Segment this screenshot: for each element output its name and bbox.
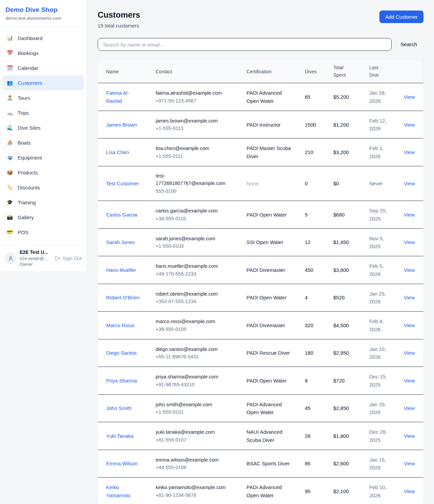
customer-dives: 210 bbox=[297, 138, 325, 166]
sidebar-item-equipment[interactable]: 🤿 Equipment bbox=[3, 150, 84, 165]
customer-dives: 65 bbox=[297, 83, 325, 111]
customers-icon: 👥 bbox=[6, 80, 14, 86]
sidebar-item-training[interactable]: 🎓 Training bbox=[3, 195, 84, 210]
sidebar-item-discounts[interactable]: 🏷️ Discounts bbox=[3, 180, 84, 195]
user-name: E2E Test U... bbox=[20, 249, 52, 256]
user-role: Owner bbox=[20, 261, 52, 267]
customer-dives: 8 bbox=[297, 367, 325, 395]
customer-last-dive: Feb 8, 2026 bbox=[361, 312, 396, 339]
sidebar-header: Demo Dive Shop demo.test.divestreams.com bbox=[0, 0, 86, 26]
customer-dives: 45 bbox=[297, 394, 325, 422]
page-header: Customers 15 total customers Add Custome… bbox=[98, 10, 423, 29]
customer-last-dive: Jan 20, 2026 bbox=[361, 394, 396, 422]
view-link[interactable]: View bbox=[404, 405, 415, 411]
view-link[interactable]: View bbox=[404, 350, 415, 356]
customer-total-spent: $4,500 bbox=[325, 312, 361, 339]
customer-dives: 1500 bbox=[297, 111, 325, 138]
customer-contact: lisa.chen@example.com +1-555-0111 bbox=[147, 138, 238, 166]
view-link[interactable]: View bbox=[404, 378, 415, 384]
view-link[interactable]: View bbox=[404, 239, 415, 245]
customer-name-link[interactable]: Carlos Garcia bbox=[106, 212, 137, 218]
customer-name-link[interactable]: Marco Rossi bbox=[106, 322, 134, 328]
customer-certification: None bbox=[238, 166, 297, 201]
sidebar-item-boats[interactable]: ⛵ Boats bbox=[3, 135, 84, 150]
view-link[interactable]: View bbox=[404, 488, 415, 494]
user-footer: E2E Test U... e2e-tester@... Owner Sign … bbox=[0, 245, 86, 272]
customer-name-link[interactable]: James Brown bbox=[106, 122, 137, 128]
customer-email: diego.santos@example.com bbox=[156, 346, 234, 353]
sidebar-item-dashboard[interactable]: 📊 Dashboard bbox=[3, 31, 84, 45]
sidebar-item-calendar[interactable]: 🗓️ Calendar bbox=[3, 60, 84, 75]
calendar-icon: 🗓️ bbox=[6, 65, 14, 71]
customer-dives: 180 bbox=[297, 339, 325, 367]
customer-dives: 450 bbox=[297, 256, 325, 284]
view-link[interactable]: View bbox=[404, 181, 415, 186]
customer-email: carlos.garcia@example.com bbox=[156, 207, 234, 214]
customer-name-link[interactable]: Sarah Jones bbox=[106, 239, 135, 245]
customer-total-spent: $3,200 bbox=[325, 138, 361, 166]
sidebar-item-trips[interactable]: 🛥️ Trips bbox=[3, 105, 84, 120]
view-link[interactable]: View bbox=[404, 267, 415, 273]
customer-name-link[interactable]: Hans Mueller bbox=[106, 267, 136, 273]
customer-name-link[interactable]: Robert O'Brien bbox=[106, 295, 140, 300]
customer-name-link[interactable]: John Smith bbox=[106, 405, 132, 411]
table-row: Hans Mueller hans.mueller@example.com +4… bbox=[98, 256, 423, 284]
view-link[interactable]: View bbox=[404, 94, 415, 100]
view-link[interactable]: View bbox=[404, 461, 415, 466]
customer-name-link[interactable]: Keiko Yamamoto bbox=[106, 484, 130, 498]
sidebar-item-bookings[interactable]: 📅 Bookings bbox=[3, 45, 84, 60]
customer-name-link[interactable]: Emma Wilson bbox=[106, 461, 138, 466]
customer-name-link[interactable]: Fatima Al-Rashid bbox=[106, 90, 129, 104]
table-row: James Brown james.brown@example.com +1-5… bbox=[98, 111, 423, 138]
customer-name-link[interactable]: Priya Sharma bbox=[106, 378, 137, 384]
customer-contact: keiko.yamamoto@example.com +81-90-1234-5… bbox=[147, 478, 238, 504]
sidebar-item-customers[interactable]: 👥 Customers bbox=[3, 75, 84, 90]
customer-phone: +49-170-555-2233 bbox=[156, 270, 234, 278]
customer-last-dive: Jan 10, 2026 bbox=[361, 339, 396, 367]
table-row: Marco Rossi marco.rossi@example.com +39-… bbox=[98, 312, 423, 339]
table-row: Priya Sharma priya.sharma@example.com +9… bbox=[98, 367, 423, 395]
table-row: Lisa Chen lisa.chen@example.com +1-555-0… bbox=[98, 138, 423, 166]
sign-out-label: Sign Out bbox=[63, 256, 82, 261]
sign-out-button[interactable]: Sign Out bbox=[55, 256, 82, 261]
customer-certification: PADI Instructor bbox=[238, 111, 297, 138]
customer-phone: +1-555-0113 bbox=[156, 125, 234, 132]
sidebar-item-products[interactable]: 📦 Products bbox=[3, 165, 84, 180]
customer-name-link[interactable]: Lisa Chen bbox=[106, 149, 129, 155]
sidebar-item-tours[interactable]: 🏝️ Tours bbox=[3, 90, 84, 105]
customer-name-link[interactable]: Yuki Tanaka bbox=[106, 433, 134, 439]
page-subtitle: 15 total customers bbox=[98, 23, 140, 29]
view-link[interactable]: View bbox=[404, 149, 415, 155]
customer-certification: BSAC Sports Diver bbox=[238, 450, 297, 478]
customer-total-spent: $1,200 bbox=[325, 111, 361, 138]
customer-total-spent: $2,100 bbox=[325, 478, 361, 504]
customers-table-card: Name Contact Certification Dives Total S… bbox=[98, 60, 423, 504]
customer-dives: 12 bbox=[297, 228, 325, 256]
customer-certification: PADI Open Water bbox=[238, 201, 297, 229]
column-header-certification: Certification bbox=[238, 60, 297, 83]
view-link[interactable]: View bbox=[404, 322, 415, 328]
view-link[interactable]: View bbox=[404, 122, 415, 128]
customer-phone: +34-555-0110 bbox=[156, 215, 234, 222]
add-customer-button[interactable]: Add Customer bbox=[379, 11, 423, 23]
customer-contact: yuki.tanaka@example.com +81-555-0107 bbox=[147, 422, 238, 450]
customer-total-spent: $3,800 bbox=[325, 256, 361, 284]
customer-certification: PADI Open Water bbox=[238, 367, 297, 395]
equipment-icon: 🤿 bbox=[6, 154, 14, 161]
bookings-icon: 📅 bbox=[6, 50, 14, 56]
customer-last-dive: Feb 1, 2026 bbox=[361, 138, 396, 166]
view-link[interactable]: View bbox=[404, 295, 415, 300]
sidebar-item-pos[interactable]: 💳 POS bbox=[3, 225, 84, 240]
customer-name-link[interactable]: Diego Santos bbox=[106, 350, 137, 356]
sidebar-item-gallery[interactable]: 📸 Gallery bbox=[3, 210, 84, 225]
search-input[interactable] bbox=[98, 38, 392, 51]
table-row: Yuki Tanaka yuki.tanaka@example.com +81-… bbox=[98, 422, 423, 450]
sidebar-item-dive-sites[interactable]: 🌊 Dive Sites bbox=[3, 120, 84, 135]
customer-name-link[interactable]: Test Customer bbox=[106, 181, 139, 186]
customer-phone: +971-55-123-4567 bbox=[156, 97, 234, 105]
search-button[interactable]: Search bbox=[400, 41, 417, 48]
view-link[interactable]: View bbox=[404, 212, 415, 218]
table-row: Emma Wilson emma.wilson@example.com +44-… bbox=[98, 450, 423, 478]
view-link[interactable]: View bbox=[404, 433, 415, 439]
page-title: Customers bbox=[98, 10, 140, 20]
